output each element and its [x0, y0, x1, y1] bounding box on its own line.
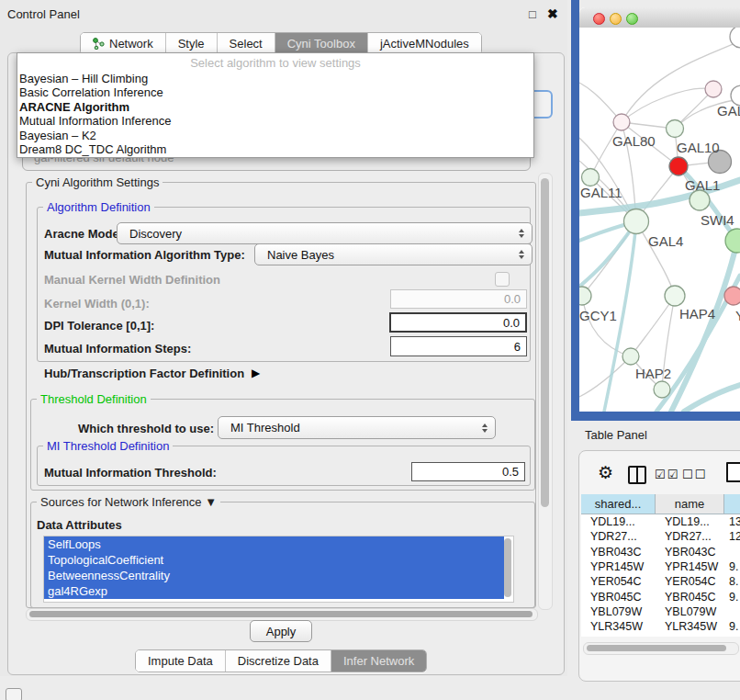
screen: Control Panel □ ✖ Network Style Select C…: [0, 0, 740, 700]
tab-style[interactable]: Style: [166, 33, 218, 54]
node-label: GAL10: [677, 140, 720, 155]
table-row[interactable]: YBR045C YBR045C 9.: [581, 589, 740, 604]
tab-select[interactable]: Select: [218, 33, 275, 54]
node-gal80[interactable]: [613, 114, 630, 130]
close-panel-icon[interactable]: ✖: [547, 6, 558, 21]
zoom-traffic-light-icon[interactable]: [626, 13, 638, 25]
export-table-icon[interactable]: [726, 462, 740, 482]
list-item-betweennesscentrality[interactable]: BetweennessCentrality: [44, 568, 504, 583]
tab-cyni-toolbox[interactable]: Cyni Toolbox: [275, 33, 368, 54]
tab-discretize-data[interactable]: Discretize Data: [226, 650, 331, 672]
tab-infer-network[interactable]: Infer Network: [331, 650, 426, 672]
list-item-gal4rgexp[interactable]: gal4RGexp: [44, 583, 504, 599]
dropdown-prompt: Select algorithm to view settings: [17, 53, 533, 72]
table-row[interactable]: YBR043C YBR043C: [581, 545, 740, 559]
minimized-panel-icon[interactable]: [6, 688, 22, 700]
dropdown-item-bayesian-k2[interactable]: Bayesian – K2: [17, 129, 533, 142]
mi-threshold-field[interactable]: 0.5: [411, 462, 525, 481]
minimize-traffic-light-icon[interactable]: [610, 13, 622, 25]
node-gal-cut[interactable]: [705, 81, 722, 97]
dpi-tolerance-field[interactable]: 0.0: [389, 312, 527, 333]
column-header-shared-name[interactable]: shared...: [581, 494, 656, 514]
node-gal1[interactable]: [669, 157, 688, 175]
list-item-topologicalcoefficient[interactable]: TopologicalCoefficient: [44, 552, 504, 568]
manual-kernel-checkbox[interactable]: [495, 272, 510, 287]
dropdown-item-dream8[interactable]: Dream8 DC_TDC Algorithm: [17, 142, 533, 156]
algorithm-dropdown-list: Select algorithm to view settings Bayesi…: [17, 52, 534, 158]
node-label: GAL: [717, 103, 740, 119]
gear-icon[interactable]: ⚙: [598, 462, 613, 483]
node-gal10[interactable]: [667, 120, 684, 138]
float-window-icon[interactable]: □: [529, 7, 536, 21]
table-row[interactable]: YBL079W YBL079W: [581, 604, 740, 619]
node-label: GCY1: [579, 308, 617, 323]
dropdown-item-mutual-information[interactable]: Mutual Information Inference: [17, 114, 533, 128]
collapse-down-icon[interactable]: ▼: [205, 495, 217, 509]
attributes-scrollbar-thumb[interactable]: [504, 538, 511, 597]
tab-jactivemnodules[interactable]: jActiveMNodules: [368, 33, 481, 54]
node-unlabeled-bottom[interactable]: [654, 381, 670, 398]
expand-right-icon[interactable]: ▶: [252, 367, 260, 379]
table-row[interactable]: YPR145W YPR145W 9.: [581, 559, 740, 574]
dpi-tolerance-label: DPI Tolerance [0,1]:: [44, 319, 154, 333]
node-gal11[interactable]: [582, 169, 600, 186]
settings-scrollbar-track[interactable]: [538, 173, 553, 610]
network-canvas[interactable]: GAL GAL80 GAL10 GAL1 GAL11 SWI4 GAL4 GCY…: [579, 28, 740, 412]
node-label: GAL11: [580, 185, 622, 200]
mi-steps-field[interactable]: 6: [390, 336, 527, 356]
node-gal4[interactable]: [624, 209, 649, 234]
table-row[interactable]: YLR345W YLR345W 9.: [581, 619, 740, 634]
column-header-cut[interactable]: [724, 494, 740, 514]
unchecked-columns-icon[interactable]: ☐☐: [682, 468, 707, 481]
table-row[interactable]: YDL19... YDL19... 13: [581, 514, 740, 529]
settings-hscrollbar-track[interactable]: [26, 608, 538, 621]
table-row[interactable]: YER054C YER054C 8.: [581, 574, 740, 589]
node-hap2[interactable]: [622, 348, 639, 365]
mi-threshold-label: Mutual Information Threshold:: [44, 466, 217, 480]
threshold-definition-title: Threshold Definition: [37, 392, 151, 406]
mi-type-combo[interactable]: Naive Bayes: [254, 243, 533, 265]
combo-stepper-icon: [519, 250, 524, 259]
algorithm-definition-title: Algorithm Definition: [43, 200, 154, 214]
data-attributes-list: SelfLoops TopologicalCoefficient Between…: [43, 536, 514, 603]
network-window-titlebar[interactable]: [579, 7, 740, 28]
list-item-selfloops[interactable]: SelfLoops: [44, 536, 504, 552]
aracne-mode-combo[interactable]: Discovery: [117, 222, 533, 244]
node-bright-green[interactable]: [725, 229, 740, 253]
table-row[interactable]: YIL052C YIL052C 9.: [581, 634, 740, 637]
control-panel-title: Control Panel: [7, 7, 80, 21]
settings-hscrollbar-thumb[interactable]: [29, 611, 533, 617]
apply-button[interactable]: Apply: [250, 620, 312, 642]
network-view-window: GAL GAL80 GAL10 GAL1 GAL11 SWI4 GAL4 GCY…: [579, 7, 740, 412]
sources-group-title[interactable]: Sources for Network Inference ▼: [37, 495, 220, 509]
tab-impute-data[interactable]: Impute Data: [136, 650, 226, 672]
hub-section-header[interactable]: Hub/Transcription Factor Definition: [44, 367, 244, 380]
kernel-width-field[interactable]: 0.0: [390, 289, 527, 309]
node-label: HAP4: [679, 306, 715, 322]
close-traffic-light-icon[interactable]: [593, 13, 605, 25]
tab-network[interactable]: Network: [81, 33, 166, 54]
which-threshold-combo[interactable]: MI Threshold: [218, 416, 496, 439]
table-hscrollbar-track[interactable]: [583, 642, 739, 655]
node-gcy1[interactable]: [579, 287, 591, 305]
dropdown-item-basic-correlation[interactable]: Basic Correlation Inference: [17, 85, 533, 99]
node-label: GAL1: [685, 177, 720, 193]
checked-columns-icon[interactable]: ☑☑: [655, 468, 679, 481]
table-hscrollbar-thumb[interactable]: [587, 645, 726, 651]
network-window-frame-left: [571, 0, 579, 421]
node-swi4[interactable]: [690, 190, 710, 210]
node-hap4[interactable]: [665, 286, 685, 306]
table-panel-title: Table Panel: [585, 428, 647, 442]
table-body: YDL19... YDL19... 13 YDR27... YDR27... 1…: [581, 514, 740, 637]
node-label: HAP2: [635, 366, 671, 381]
settings-group-title: Cyni Algorithm Settings: [32, 175, 163, 189]
node-pink-right[interactable]: [724, 287, 740, 305]
dropdown-item-bayesian-hill[interactable]: Bayesian – Hill Climbing: [17, 72, 533, 85]
column-header-name[interactable]: name: [656, 494, 724, 514]
node-label: SWI4: [701, 212, 734, 228]
columns-icon[interactable]: [628, 466, 646, 484]
table-row[interactable]: YDR27... YDR27... 12: [581, 529, 740, 544]
dropdown-item-aracne[interactable]: ARACNE Algorithm: [17, 100, 533, 114]
mi-threshold-group-title: MI Threshold Definition: [43, 439, 173, 453]
settings-scrollbar-thumb[interactable]: [541, 178, 549, 507]
